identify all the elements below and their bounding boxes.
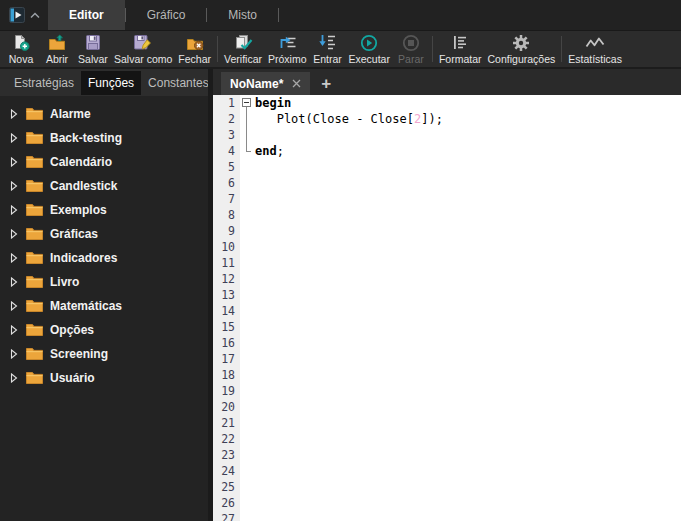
code-line[interactable]: [255, 463, 681, 479]
sidebar-tab-funcoes[interactable]: Funções: [81, 71, 141, 95]
folder-label: Candlestick: [50, 179, 117, 193]
chevron-right-icon[interactable]: [10, 157, 19, 167]
code-line[interactable]: end;: [255, 143, 681, 159]
sidebar-item-exemplos[interactable]: Exemplos: [0, 198, 208, 222]
fold-cell: [240, 431, 255, 447]
nova-label: Nova: [9, 53, 34, 65]
code-line[interactable]: [255, 383, 681, 399]
code-line[interactable]: [255, 127, 681, 143]
chevron-right-icon[interactable]: [10, 301, 19, 311]
code-line[interactable]: [255, 239, 681, 255]
menu-tab-editor[interactable]: Editor: [48, 0, 125, 30]
formatar-button[interactable]: Formatar: [436, 31, 485, 67]
toolbar-group-separator: [432, 36, 433, 62]
salvar-button[interactable]: Salvar: [75, 31, 111, 67]
salvar-como-button[interactable]: Salvar como: [111, 31, 175, 67]
play-button-icon[interactable]: [9, 7, 26, 23]
nova-button[interactable]: Nova: [3, 31, 39, 67]
fold-cell: [240, 207, 255, 223]
executar-button[interactable]: Executar: [346, 31, 393, 67]
code-line[interactable]: [255, 479, 681, 495]
abrir-label: Abrir: [46, 53, 68, 65]
code-line[interactable]: [255, 159, 681, 175]
code-line[interactable]: Plot(Close - Close[2]);: [255, 111, 681, 127]
sidebar-item-matematicas[interactable]: Matemáticas: [0, 294, 208, 318]
code-line[interactable]: [255, 431, 681, 447]
verificar-button[interactable]: Verificar: [221, 31, 265, 67]
code-line[interactable]: [255, 223, 681, 239]
fechar-button[interactable]: Fechar: [175, 31, 214, 67]
code-line[interactable]: begin: [255, 95, 681, 111]
code-line[interactable]: [255, 335, 681, 351]
code-line[interactable]: [255, 367, 681, 383]
code-line[interactable]: [255, 207, 681, 223]
sidebar-item-alarme[interactable]: Alarme: [0, 102, 208, 126]
code-segment-keyword: end: [255, 144, 277, 158]
fold-cell: [240, 335, 255, 351]
code-line[interactable]: [255, 447, 681, 463]
toolbar-group-separator: [217, 36, 218, 62]
chevron-right-icon[interactable]: [10, 373, 19, 383]
sidebar-tab-constantes[interactable]: Constantes: [141, 71, 216, 95]
stop-icon: [402, 34, 420, 52]
chevron-right-icon[interactable]: [10, 229, 19, 239]
chevron-right-icon[interactable]: [10, 133, 19, 143]
entrar-label: Entrar: [313, 53, 342, 65]
chevron-right-icon[interactable]: [10, 205, 19, 215]
folder-icon: [26, 371, 43, 385]
configuracoes-button[interactable]: Configurações: [485, 31, 559, 67]
sidebar-item-usuario[interactable]: Usuário: [0, 366, 208, 390]
formatar-label: Formatar: [439, 53, 482, 65]
abrir-button[interactable]: Abrir: [39, 31, 75, 67]
code-line[interactable]: [255, 351, 681, 367]
code-line[interactable]: [255, 191, 681, 207]
chevron-right-icon[interactable]: [10, 349, 19, 359]
chevron-right-icon[interactable]: [10, 277, 19, 287]
sidebar-item-calendario[interactable]: Calendário: [0, 150, 208, 174]
chevron-right-icon[interactable]: [10, 181, 19, 191]
line-number: 15: [213, 319, 240, 335]
menu-tab-grafico[interactable]: Gráfico: [126, 0, 207, 30]
code-editor[interactable]: 1234567891011121314151617181920212223242…: [213, 95, 681, 521]
sidebar-item-back-testing[interactable]: Back-testing: [0, 126, 208, 150]
parar-button: Parar: [393, 31, 429, 67]
menu-tab-misto[interactable]: Misto: [207, 0, 278, 30]
code-line[interactable]: [255, 175, 681, 191]
chevron-right-icon[interactable]: [10, 325, 19, 335]
sidebar-item-graficas[interactable]: Gráficas: [0, 222, 208, 246]
sidebar-item-screening[interactable]: Screening: [0, 342, 208, 366]
sidebar-item-candlestick[interactable]: Candlestick: [0, 174, 208, 198]
entrar-button[interactable]: Entrar: [310, 31, 346, 67]
new-tab-button[interactable]: +: [310, 72, 342, 95]
code-line[interactable]: [255, 495, 681, 511]
sidebar-tab-estrategias[interactable]: Estratégias: [7, 71, 81, 95]
tab-close-icon[interactable]: [292, 79, 301, 88]
code-area[interactable]: begin Plot(Close - Close[2]);end;: [255, 95, 681, 521]
code-line[interactable]: [255, 287, 681, 303]
executar-label: Executar: [349, 53, 390, 65]
line-number: 21: [213, 415, 240, 431]
estatisticas-button[interactable]: Estatísticas: [565, 31, 625, 67]
file-tab-noname[interactable]: NoName*: [221, 72, 310, 95]
chevron-right-icon[interactable]: [10, 253, 19, 263]
code-line[interactable]: [255, 255, 681, 271]
code-line[interactable]: [255, 319, 681, 335]
fold-cell: [240, 111, 255, 127]
chevron-up-icon[interactable]: [30, 12, 40, 19]
code-line[interactable]: [255, 511, 681, 521]
fold-cell: [240, 159, 255, 175]
code-line[interactable]: [255, 303, 681, 319]
code-line[interactable]: [255, 271, 681, 287]
proximo-button[interactable]: Próximo: [265, 31, 310, 67]
sidebar-item-indicadores[interactable]: Indicadores: [0, 246, 208, 270]
fold-collapse-icon[interactable]: [242, 98, 251, 107]
folder-icon: [26, 299, 43, 313]
code-line[interactable]: [255, 415, 681, 431]
editor-pane: NoName*+ 1234567891011121314151617181920…: [213, 69, 681, 521]
code-line[interactable]: [255, 399, 681, 415]
sidebar-item-livro[interactable]: Livro: [0, 270, 208, 294]
quick-access-toolbar: [0, 0, 48, 30]
sidebar-item-opcoes[interactable]: Opções: [0, 318, 208, 342]
folder-icon: [26, 179, 43, 193]
chevron-right-icon[interactable]: [10, 109, 19, 119]
